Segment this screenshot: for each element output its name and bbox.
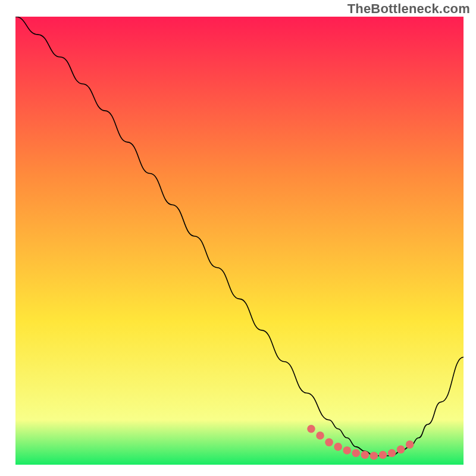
optimal-dot [325, 439, 333, 447]
optimal-dot [343, 446, 351, 455]
optimal-dot [406, 440, 414, 449]
chart-container: TheBottleneck.com [0, 0, 476, 476]
optimal-dot [334, 443, 342, 451]
plot-area [15, 17, 464, 465]
optimal-dot [352, 449, 361, 458]
optimal-dot [397, 446, 405, 454]
optimal-dot [379, 451, 387, 459]
optimal-dot [361, 451, 369, 459]
watermark-text: TheBottleneck.com [347, 1, 470, 17]
optimal-dot [316, 431, 324, 440]
optimal-dot [388, 449, 396, 458]
chart-svg [15, 17, 464, 465]
optimal-dot [370, 452, 378, 460]
optimal-dot [307, 425, 315, 433]
